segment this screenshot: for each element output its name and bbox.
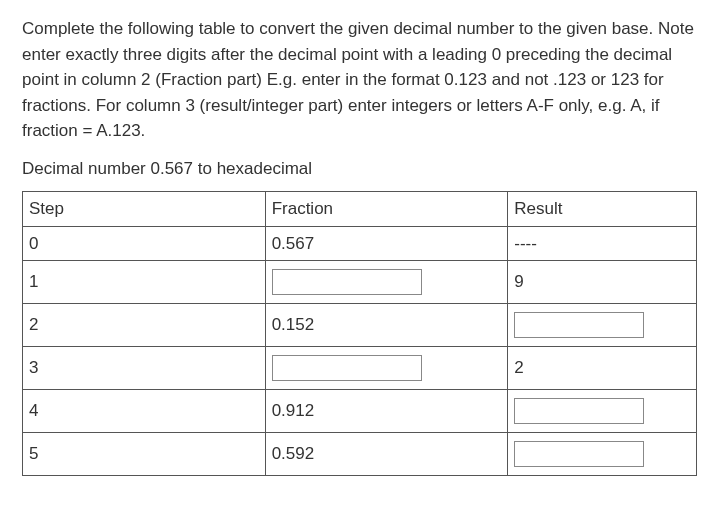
fraction-cell: 0.567 — [265, 226, 508, 261]
fraction-input[interactable] — [272, 355, 422, 381]
header-fraction: Fraction — [265, 192, 508, 227]
fraction-cell: 0.592 — [265, 433, 508, 476]
result-cell: ---- — [508, 226, 697, 261]
table-row: 4 0.912 — [23, 390, 697, 433]
step-cell: 1 — [23, 261, 266, 304]
step-cell: 4 — [23, 390, 266, 433]
fraction-cell: 0.912 — [265, 390, 508, 433]
result-cell — [508, 433, 697, 476]
result-cell — [508, 304, 697, 347]
instructions-text: Complete the following table to convert … — [22, 16, 697, 144]
table-header-row: Step Fraction Result — [23, 192, 697, 227]
step-cell: 2 — [23, 304, 266, 347]
fraction-input[interactable] — [272, 269, 422, 295]
header-step: Step — [23, 192, 266, 227]
table-row: 1 9 — [23, 261, 697, 304]
step-cell: 5 — [23, 433, 266, 476]
result-cell: 2 — [508, 347, 697, 390]
header-result: Result — [508, 192, 697, 227]
table-row: 3 2 — [23, 347, 697, 390]
conversion-table: Step Fraction Result 0 0.567 ---- 1 9 2 … — [22, 191, 697, 476]
step-cell: 3 — [23, 347, 266, 390]
result-input[interactable] — [514, 398, 644, 424]
result-input[interactable] — [514, 441, 644, 467]
table-row: 5 0.592 — [23, 433, 697, 476]
subtitle-text: Decimal number 0.567 to hexadecimal — [22, 156, 697, 182]
fraction-cell — [265, 347, 508, 390]
result-input[interactable] — [514, 312, 644, 338]
step-cell: 0 — [23, 226, 266, 261]
result-cell: 9 — [508, 261, 697, 304]
table-row: 0 0.567 ---- — [23, 226, 697, 261]
fraction-cell: 0.152 — [265, 304, 508, 347]
table-row: 2 0.152 — [23, 304, 697, 347]
fraction-cell — [265, 261, 508, 304]
result-cell — [508, 390, 697, 433]
